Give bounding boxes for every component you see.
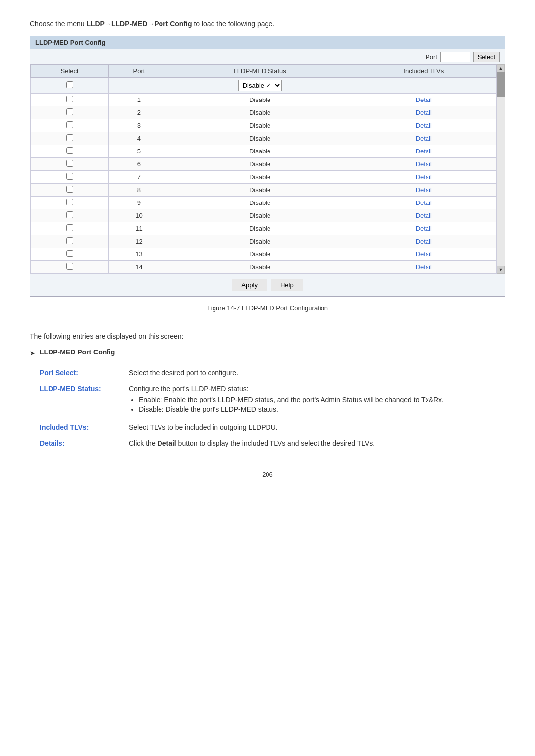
port-cell: 5 [109, 145, 169, 158]
row-checkbox-1[interactable] [66, 96, 73, 102]
header-port: Port [109, 65, 169, 78]
detail-cell: Detail [351, 184, 496, 197]
scrollbar-thumb[interactable] [497, 72, 505, 97]
port-select-row: Port Select [30, 49, 505, 64]
status-cell: Disable [169, 106, 351, 119]
detail-cell: Detail [351, 248, 496, 261]
status-filter-dropdown[interactable]: Disable ✓ Enable [238, 80, 282, 91]
field-name: Details: [40, 435, 129, 451]
status-cell: Disable [169, 222, 351, 235]
port-select-button[interactable]: Select [473, 52, 500, 62]
detail-cell: Detail [351, 261, 496, 274]
port-input[interactable] [440, 52, 470, 62]
table-row: 3 Disable Detail [31, 119, 497, 132]
detail-link-3[interactable]: Detail [416, 122, 432, 129]
detail-link-10[interactable]: Detail [416, 212, 432, 219]
header-select: Select [31, 65, 109, 78]
bullet-item: Enable: Enable the port's LLDP-MED statu… [139, 396, 515, 403]
row-checkbox-10[interactable] [66, 211, 73, 218]
detail-link-11[interactable]: Detail [416, 225, 432, 232]
detail-link-13[interactable]: Detail [416, 251, 432, 258]
filter-row: Disable ✓ Enable [31, 78, 497, 94]
figure-caption: Figure 14-7 LLDP-MED Port Configuration [30, 304, 505, 312]
detail-cell: Detail [351, 197, 496, 209]
status-cell: Disable [169, 197, 351, 209]
detail-cell: Detail [351, 94, 496, 106]
table-row: 2 Disable Detail [31, 106, 497, 119]
row-checkbox-2[interactable] [66, 108, 73, 115]
table-row: 10 Disable Detail [31, 209, 497, 222]
field-desc: Click the Detail button to display the i… [129, 435, 515, 451]
port-cell: 3 [109, 119, 169, 132]
status-cell: Disable [169, 248, 351, 261]
status-cell: Disable [169, 209, 351, 222]
scrollbar-up-arrow[interactable]: ▲ [497, 64, 505, 72]
port-cell: 1 [109, 94, 169, 106]
row-checkbox-3[interactable] [66, 121, 73, 128]
apply-button[interactable]: Apply [232, 279, 267, 291]
select-all-checkbox[interactable] [66, 81, 73, 88]
desc-row: Port Select: Select the desired port to … [40, 365, 515, 381]
header-status: LLDP-MED Status [169, 65, 351, 78]
scrollbar-down-arrow[interactable]: ▼ [497, 266, 505, 274]
status-cell: Disable [169, 94, 351, 106]
detail-link-7[interactable]: Detail [416, 173, 432, 181]
row-checkbox-14[interactable] [66, 263, 73, 270]
section-heading-text: LLDP-MED Port Config [40, 348, 115, 356]
detail-link-6[interactable]: Detail [416, 160, 432, 168]
field-name: Port Select: [40, 365, 129, 381]
table-row: 13 Disable Detail [31, 248, 497, 261]
detail-link-1[interactable]: Detail [416, 96, 432, 103]
table-row: 4 Disable Detail [31, 132, 497, 145]
port-cell: 6 [109, 158, 169, 171]
table-row: 9 Disable Detail [31, 197, 497, 209]
detail-link-8[interactable]: Detail [416, 186, 432, 194]
status-cell: Disable [169, 235, 351, 248]
table-row: 8 Disable Detail [31, 184, 497, 197]
detail-cell: Detail [351, 106, 496, 119]
row-checkbox-9[interactable] [66, 199, 73, 205]
port-cell: 14 [109, 261, 169, 274]
help-button[interactable]: Help [271, 279, 303, 291]
page-number: 206 [30, 471, 505, 478]
status-cell: Disable [169, 132, 351, 145]
port-cell: 10 [109, 209, 169, 222]
row-checkbox-6[interactable] [66, 160, 73, 167]
desc-row: Details: Click the Detail button to disp… [40, 435, 515, 451]
field-desc: Select TLVs to be included in outgoing L… [129, 419, 515, 435]
port-cell: 8 [109, 184, 169, 197]
config-table: Select Port LLDP-MED Status Included TLV… [30, 64, 497, 274]
button-row: Apply Help [30, 274, 505, 296]
port-cell: 12 [109, 235, 169, 248]
detail-cell: Detail [351, 171, 496, 184]
detail-link-12[interactable]: Detail [416, 238, 432, 245]
row-checkbox-7[interactable] [66, 173, 73, 180]
table-header-row: Select Port LLDP-MED Status Included TLV… [31, 65, 497, 78]
row-checkbox-11[interactable] [66, 224, 73, 231]
status-cell: Disable [169, 261, 351, 274]
desc-row: Included TLVs: Select TLVs to be include… [40, 419, 515, 435]
section-arrow-icon: ➤ [30, 349, 36, 357]
row-checkbox-8[interactable] [66, 186, 73, 193]
detail-link-4[interactable]: Detail [416, 135, 432, 142]
detail-link-14[interactable]: Detail [416, 263, 432, 271]
detail-link-2[interactable]: Detail [416, 109, 432, 116]
section-heading-row: ➤ LLDP-MED Port Config [30, 348, 505, 357]
divider [30, 322, 505, 322]
status-cell: Disable [169, 171, 351, 184]
row-checkbox-5[interactable] [66, 147, 73, 154]
desc-row: LLDP-MED Status: Configure the port's LL… [40, 381, 515, 419]
description-table: Port Select: Select the desired port to … [40, 365, 515, 451]
field-desc: Select the desired port to configure. [129, 365, 515, 381]
port-cell: 4 [109, 132, 169, 145]
port-label: Port [426, 53, 437, 61]
intro-paragraph: Choose the menu LLDP→LLDP-MED→Port Confi… [30, 20, 505, 28]
row-checkbox-12[interactable] [66, 237, 73, 244]
detail-link-9[interactable]: Detail [416, 199, 432, 206]
field-name: Included TLVs: [40, 419, 129, 435]
row-checkbox-4[interactable] [66, 134, 73, 141]
port-cell: 9 [109, 197, 169, 209]
port-cell: 7 [109, 171, 169, 184]
detail-link-5[interactable]: Detail [416, 148, 432, 155]
row-checkbox-13[interactable] [66, 250, 73, 257]
